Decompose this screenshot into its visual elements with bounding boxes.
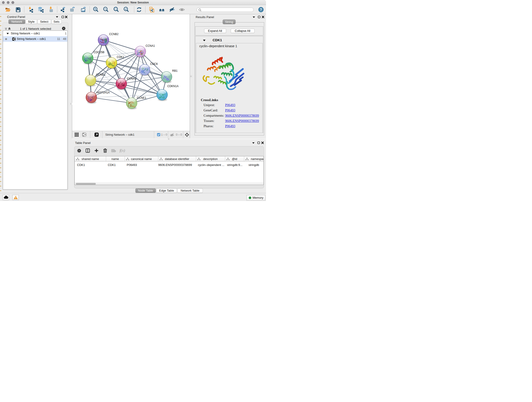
svg-text:CDKN1A: CDKN1A [167, 85, 179, 88]
svg-text:CCNA2: CCNA2 [127, 77, 137, 80]
svg-text:CCNB1: CCNB1 [96, 73, 106, 76]
svg-text:CDC6: CDC6 [150, 62, 158, 65]
svg-text:CDK1: CDK1 [117, 56, 124, 59]
svg-text:CDC25B: CDC25B [94, 51, 104, 54]
svg-text:CCNA1: CCNA1 [146, 44, 155, 47]
svg-text:RB1: RB1 [172, 69, 178, 72]
svg-text:CCNE1: CCNE1 [137, 96, 146, 99]
svg-text:HIST1H1A: HIST1H1A [97, 91, 110, 94]
svg-text:CCNB2: CCNB2 [109, 32, 119, 36]
svg-text:?: ? [260, 8, 262, 12]
